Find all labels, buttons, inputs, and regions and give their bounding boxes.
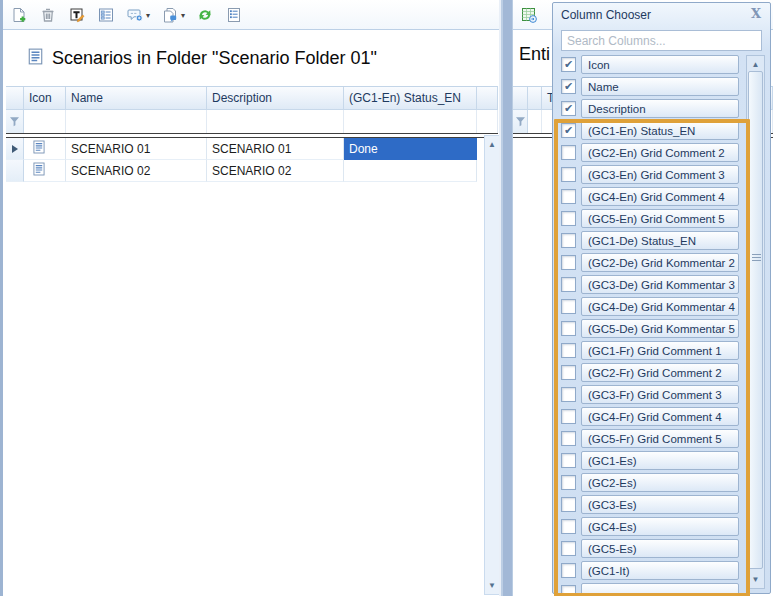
column-header[interactable]: Icon	[24, 87, 66, 110]
grid-vertical-scrollbar[interactable]: ▲ ▼	[484, 135, 500, 595]
toolbar-button-document-comments[interactable]: ▾	[159, 3, 187, 27]
column-item-button[interactable]	[581, 583, 739, 596]
column-item-button[interactable]: (GC2-Fr) Grid Comment 2	[581, 363, 739, 382]
dropdown-caret-icon[interactable]: ▾	[146, 10, 150, 20]
filter-row-indicator[interactable]	[513, 110, 528, 133]
column-checkbox[interactable]	[561, 563, 576, 578]
description-cell[interactable]: SCENARIO 02	[207, 160, 344, 182]
column-item-button[interactable]: (GC1-En) Status_EN	[581, 121, 739, 140]
column-item-button[interactable]: (GC1-Es)	[581, 451, 739, 470]
toolbar-button-delete[interactable]	[37, 3, 59, 27]
column-item-button[interactable]: (GC2-De) Grid Kommentar 2	[581, 253, 739, 272]
toolbar-button-properties[interactable]	[95, 3, 117, 27]
scrollbar-grip-icon	[752, 254, 761, 262]
filter-cell[interactable]	[344, 110, 477, 133]
scroll-down-icon[interactable]: ▼	[747, 572, 764, 587]
column-checkbox[interactable]	[561, 189, 576, 204]
column-checkbox[interactable]	[561, 409, 576, 424]
row-indicator-cell[interactable]	[6, 160, 24, 182]
column-item-button[interactable]: Description	[581, 99, 739, 118]
row-indicator-cell[interactable]	[6, 138, 24, 160]
column-item-button[interactable]: (GC5-Fr) Grid Comment 5	[581, 429, 739, 448]
scroll-down-icon[interactable]: ▼	[485, 578, 499, 593]
column-checkbox[interactable]	[561, 277, 576, 292]
column-checkbox[interactable]	[561, 475, 576, 490]
column-checkbox[interactable]	[561, 233, 576, 248]
name-cell[interactable]: SCENARIO 01	[66, 138, 207, 160]
description-cell[interactable]: SCENARIO 01	[207, 138, 344, 160]
column-checkbox[interactable]: ✔	[561, 123, 576, 138]
table-row[interactable]: SCENARIO 02SCENARIO 02	[6, 160, 498, 182]
column-checkbox[interactable]: ✔	[561, 79, 576, 94]
column-checkbox[interactable]	[561, 387, 576, 402]
toolbar-button-comments[interactable]: ▾	[124, 3, 152, 27]
column-item-button[interactable]: (GC5-En) Grid Comment 5	[581, 209, 739, 228]
scrollbar-thumb[interactable]	[748, 71, 763, 569]
column-item-button[interactable]: (GC1-Fr) Grid Comment 1	[581, 341, 739, 360]
status-cell[interactable]	[344, 160, 477, 182]
column-header[interactable]: (GC1-En) Status_EN	[344, 87, 477, 110]
toolbar-button-new-item[interactable]	[8, 3, 30, 27]
toolbar-button-export-excel[interactable]	[518, 3, 540, 27]
dropdown-caret-icon[interactable]: ▾	[181, 10, 185, 20]
table-row[interactable]: SCENARIO 01SCENARIO 01Done	[6, 138, 498, 160]
column-checkbox[interactable]	[561, 497, 576, 512]
column-item-button[interactable]: (GC3-En) Grid Comment 3	[581, 165, 739, 184]
row-icon-cell[interactable]	[24, 138, 66, 160]
panel-splitter[interactable]	[499, 0, 512, 596]
column-item-button[interactable]: (GC3-De) Grid Kommentar 3	[581, 275, 739, 294]
column-item-button[interactable]: (GC3-Es)	[581, 495, 739, 514]
column-checkbox[interactable]	[561, 431, 576, 446]
column-checkbox[interactable]	[561, 365, 576, 380]
search-columns-input[interactable]	[561, 30, 762, 51]
column-header[interactable]	[528, 87, 542, 110]
scroll-up-icon[interactable]: ▲	[747, 57, 764, 72]
column-checkbox[interactable]	[561, 343, 576, 358]
filter-cell[interactable]	[24, 110, 66, 133]
column-checkbox[interactable]	[561, 255, 576, 270]
column-item-button[interactable]: (GC1-It)	[581, 561, 739, 580]
column-checkbox[interactable]: ✔	[561, 101, 576, 116]
column-header[interactable]: Name	[66, 87, 207, 110]
status-cell[interactable]: Done	[344, 138, 477, 160]
column-checkbox[interactable]	[561, 519, 576, 534]
column-item-button[interactable]: (GC4-Fr) Grid Comment 4	[581, 407, 739, 426]
column-item-button[interactable]: (GC5-De) Grid Kommentar 5	[581, 319, 739, 338]
column-item-button[interactable]: (GC3-Fr) Grid Comment 3	[581, 385, 739, 404]
column-checkbox[interactable]	[561, 167, 576, 182]
filter-cell[interactable]	[528, 110, 542, 133]
column-chooser-scrollbar[interactable]: ▲ ▼	[746, 55, 765, 589]
column-item-button[interactable]: Icon	[581, 55, 739, 74]
toolbar-button-edit-text[interactable]	[66, 3, 88, 27]
column-item-button[interactable]: (GC4-Es)	[581, 517, 739, 536]
column-header[interactable]	[513, 87, 528, 110]
toolbar-button-copy-structure[interactable]	[223, 3, 245, 27]
column-checkbox[interactable]	[561, 453, 576, 468]
column-header[interactable]: Description	[207, 87, 344, 110]
scroll-up-icon[interactable]: ▲	[485, 137, 499, 152]
column-checkbox[interactable]	[561, 145, 576, 160]
filter-row-indicator[interactable]	[6, 110, 24, 133]
column-checkbox[interactable]	[561, 585, 576, 596]
column-item-button[interactable]: Name	[581, 77, 739, 96]
row-icon-cell[interactable]	[24, 160, 66, 182]
column-chooser-row: (GC2-Fr) Grid Comment 2	[561, 363, 739, 382]
column-item-button[interactable]: (GC2-Es)	[581, 473, 739, 492]
column-item-button[interactable]: (GC1-De) Status_EN	[581, 231, 739, 250]
column-checkbox[interactable]	[561, 299, 576, 314]
column-checkbox[interactable]: ✔	[561, 57, 576, 72]
column-checkbox[interactable]	[561, 321, 576, 336]
column-checkbox[interactable]	[561, 211, 576, 226]
close-icon[interactable]: X	[751, 7, 761, 21]
column-checkbox[interactable]	[561, 541, 576, 556]
column-chooser-row: (GC2-De) Grid Kommentar 2	[561, 253, 739, 272]
name-cell[interactable]: SCENARIO 02	[66, 160, 207, 182]
column-item-button[interactable]: (GC2-En) Grid Comment 2	[581, 143, 739, 162]
filter-cell[interactable]	[207, 110, 344, 133]
filter-cell[interactable]	[66, 110, 207, 133]
column-chooser-row: (GC4-De) Grid Kommentar 4	[561, 297, 739, 316]
column-item-button[interactable]: (GC5-Es)	[581, 539, 739, 558]
column-item-button[interactable]: (GC4-En) Grid Comment 4	[581, 187, 739, 206]
column-item-button[interactable]: (GC4-De) Grid Kommentar 4	[581, 297, 739, 316]
toolbar-button-refresh[interactable]	[194, 3, 216, 27]
